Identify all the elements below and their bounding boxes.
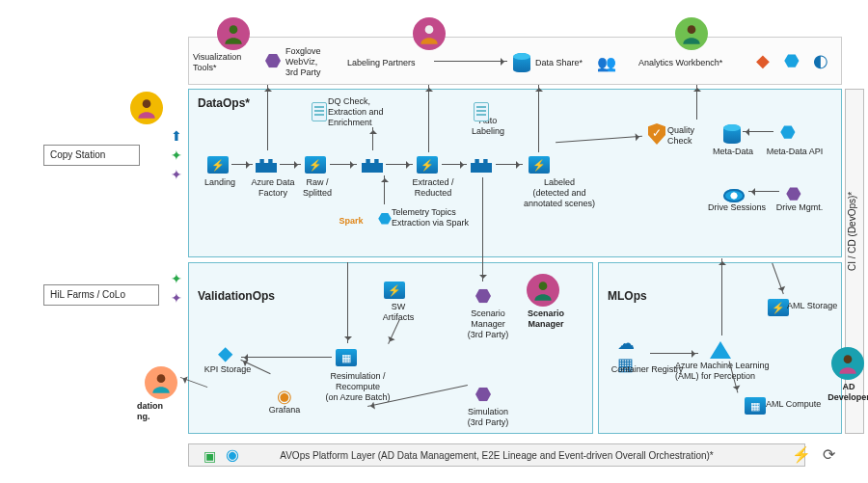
spark-icon: Spark bbox=[338, 210, 365, 231]
arrow bbox=[372, 127, 373, 150]
mlops-title: MLOps bbox=[608, 289, 647, 303]
grafana-icon: ◉ bbox=[274, 386, 295, 407]
arrow bbox=[743, 131, 773, 132]
scenario-mgr-hex-icon bbox=[473, 285, 494, 307]
copy-station-box: Copy Station bbox=[43, 145, 140, 166]
svg-point-5 bbox=[539, 282, 548, 290]
purview-icon: ▣ bbox=[199, 445, 220, 467]
extracted-storage-icon: ⚡ bbox=[417, 154, 438, 175]
viz-tools-label: Visualization Tools* bbox=[193, 52, 253, 73]
device-purple-icon-2: ✦ bbox=[166, 287, 187, 309]
drive-sessions-label: Drive Sessions bbox=[702, 202, 772, 213]
ad-dev-label: AD Developer bbox=[827, 382, 868, 403]
arrow bbox=[496, 164, 523, 165]
sw-artifacts-icon: ⚡ bbox=[384, 280, 405, 301]
arrow-to-labeling bbox=[428, 85, 429, 152]
arrow bbox=[748, 191, 779, 192]
svg-point-1 bbox=[157, 374, 166, 383]
scenario-mgr-role-label: Scenario Manager bbox=[521, 309, 571, 330]
labeling-partners-label: Labeling Partners bbox=[347, 58, 434, 68]
arrow-label-to-share bbox=[538, 85, 539, 152]
aml-compute-icon: ▦ bbox=[745, 395, 766, 416]
device-green-icon: ✦ bbox=[166, 268, 187, 289]
persona-analyst bbox=[675, 17, 708, 50]
telemetry-label: Telemetry Topics Extraction via Spark bbox=[392, 207, 478, 228]
labeled-label: Labeled (detected and annotated scenes) bbox=[511, 177, 608, 208]
dataops-panel bbox=[188, 89, 842, 257]
arrow bbox=[442, 164, 467, 165]
architecture-diagram: Copy Station ⬆ ✦ ✦ HiL Farms / CoLo ✦ ✦ … bbox=[0, 0, 868, 483]
arrow-aml-to-meta bbox=[721, 258, 722, 335]
raw-storage-icon: ⚡ bbox=[305, 154, 326, 175]
cosmos-icon: ◉ bbox=[222, 443, 243, 465]
copy-station-label: Copy Station bbox=[50, 149, 105, 160]
logic-apps-icon: ⟳ bbox=[818, 443, 839, 465]
resim-batch-icon: ▦ bbox=[336, 347, 357, 368]
drive-green-icon: ✦ bbox=[166, 145, 187, 166]
databricks-hex-icon bbox=[262, 50, 284, 71]
arrow bbox=[330, 164, 357, 165]
svg-point-4 bbox=[688, 25, 696, 34]
arrow bbox=[482, 177, 483, 282]
arrow bbox=[231, 164, 253, 165]
platform-layer-label: AVOps Platform Layer (AD Data Management… bbox=[280, 450, 713, 461]
persona-scenario-manager bbox=[527, 274, 559, 307]
users-icon: 👥 bbox=[596, 52, 617, 73]
arrow-raw-to-resim bbox=[347, 262, 348, 343]
metadata-api-icon: ⬣ bbox=[777, 121, 799, 143]
container-registry-icon: ☁▦ bbox=[617, 343, 638, 364]
data-share-db-icon bbox=[511, 52, 532, 73]
simulation-label: Simulation (3rd Party) bbox=[459, 407, 517, 428]
quality-label: Quality Check bbox=[667, 125, 708, 147]
persona-data-engineer bbox=[130, 92, 163, 124]
kpi-storage-icon: ◆ bbox=[214, 342, 235, 363]
autolabel-factory-icon bbox=[471, 152, 492, 174]
svg-point-0 bbox=[143, 99, 151, 108]
arrow bbox=[241, 357, 332, 358]
foxglove-label: Foxglove WebViz, 3rd Party bbox=[285, 46, 338, 77]
autolabel-doc-icon bbox=[471, 101, 492, 122]
arrow bbox=[384, 175, 385, 204]
dataops-title: DataOps* bbox=[198, 96, 250, 110]
grafana-label: Grafana bbox=[260, 405, 309, 416]
drive-mgmt-label: Drive Mgmt. bbox=[770, 202, 829, 213]
landing-storage-icon: ⚡ bbox=[207, 154, 229, 175]
metadata-api-label: Meta-Data API bbox=[758, 147, 831, 157]
databricks-icon: ◆ bbox=[752, 50, 773, 71]
aml-storage-label: AML Storage bbox=[787, 301, 841, 311]
device-purple-icon: ✦ bbox=[166, 164, 187, 185]
cicd-label: CI / CD (DevOps)* bbox=[847, 174, 858, 289]
metadata-label: Meta-Data bbox=[706, 147, 760, 157]
persona-ad-developer bbox=[831, 347, 864, 380]
aml-compute-label: AML Compute bbox=[766, 399, 833, 410]
data-share-label: Data Share* bbox=[535, 58, 593, 68]
dq-doc-icon bbox=[309, 101, 330, 122]
scenario-mgr-label: Scenario Manager (3rd Party) bbox=[459, 309, 517, 339]
arrow bbox=[280, 164, 301, 165]
platform-layer-bar: AVOps Platform Layer (AD Data Management… bbox=[188, 443, 805, 467]
svg-point-3 bbox=[425, 25, 434, 34]
simulation-hex-icon bbox=[473, 384, 494, 405]
svg-point-6 bbox=[844, 355, 853, 363]
analytics-workbench-label: Analytics Workbench* bbox=[638, 58, 745, 68]
azure-arc-icon: ◐ bbox=[810, 50, 831, 71]
arrow bbox=[386, 164, 413, 165]
arrow bbox=[650, 353, 698, 354]
upload-icon: ⬆ bbox=[166, 125, 187, 147]
raw-label: Raw / Splitted bbox=[293, 177, 341, 199]
dq-label: DQ Check, Extraction and Enrichment bbox=[328, 96, 403, 127]
arrow-to-datashare bbox=[434, 61, 507, 62]
persona-viz-user bbox=[217, 17, 250, 50]
labeled-storage-icon: ⚡ bbox=[529, 154, 550, 175]
quality-shield-icon: ✓ bbox=[646, 123, 667, 145]
dq-factory-icon bbox=[362, 152, 383, 174]
hil-farms-label: HiL Farms / CoLo bbox=[50, 289, 125, 300]
extracted-label: Extracted / Reducted bbox=[403, 177, 463, 199]
resim-label: Resimulation / Recompute (on Azure Batch… bbox=[314, 371, 401, 402]
metadata-db-icon bbox=[721, 123, 743, 145]
functions-icon: ⚡ bbox=[791, 443, 812, 465]
aml-storage-icon: ⚡ bbox=[768, 297, 789, 318]
drive-mgmt-icon: ⬣ bbox=[783, 183, 804, 204]
validationops-title: ValidationOps bbox=[198, 289, 275, 303]
synapse-icon: ⬣ bbox=[781, 50, 802, 71]
